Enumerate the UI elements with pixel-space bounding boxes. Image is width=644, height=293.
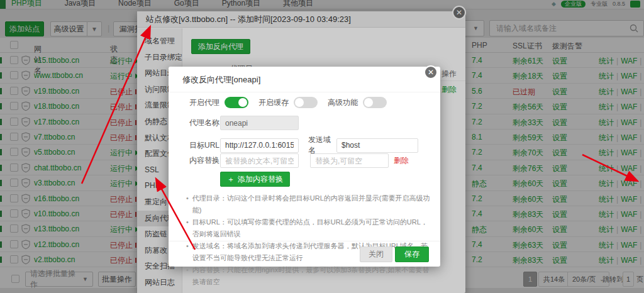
toggle-label: 开启缓存: [258, 97, 289, 108]
toggle-group: 高级功能: [328, 97, 387, 108]
toggle-开启缓存[interactable]: [294, 97, 318, 108]
content-replace-row: 内容替换 删除: [169, 153, 440, 168]
bullet-icon: •: [186, 264, 189, 288]
toggle-group: 开启代理: [189, 97, 248, 108]
proxy-url-row: 目标URL 发送域名: [169, 135, 440, 156]
proxy-toggle-row: 开启代理 开启缓存 高级功能: [169, 97, 440, 108]
proxy-name-row: 代理名称: [169, 116, 440, 130]
help-note: •内容替换：只能在使用nginx时提供，最多可以添加3条替换内容,如果不需要替换…: [186, 264, 430, 288]
help-note: •目标URL：可以填写你需要代理的站点，目标URL必须为可正常访问的URL，否则…: [186, 216, 430, 240]
target-url-input[interactable]: [220, 138, 299, 153]
toggle-label: 开启代理: [189, 97, 219, 108]
proxy-name-input: [220, 116, 299, 130]
send-host-input[interactable]: [336, 138, 418, 153]
send-host-label: 发送域名: [308, 135, 336, 156]
close-button[interactable]: 关闭: [360, 246, 392, 262]
toggle-label: 高级功能: [328, 97, 358, 108]
help-note: •代理目录：访问这个目录时将会把目标URL的内容返回并显示(需要开启高级功能): [186, 192, 430, 216]
toggle-group: 开启缓存: [258, 97, 318, 108]
edit-proxy-modal: 修改反向代理[oneapi] ✕ 开启代理 开启缓存 高级功能 代理名称 目标U…: [169, 67, 440, 267]
bullet-icon: •: [186, 216, 189, 240]
toggle-高级功能[interactable]: [363, 97, 387, 108]
content-replace-label: 内容替换: [189, 155, 220, 166]
toggle-开启代理[interactable]: [225, 97, 248, 108]
proxy-modal-title: 修改反向代理[oneapi]: [169, 67, 440, 92]
target-url-label: 目标URL: [189, 140, 220, 151]
proxy-modal-footer: 关闭 保存: [169, 241, 440, 267]
add-replace-button[interactable]: ＋ 添加内容替换: [220, 172, 290, 187]
bullet-icon: •: [186, 192, 189, 216]
save-button[interactable]: 保存: [395, 246, 429, 262]
proxy-modal-close-icon[interactable]: ✕: [424, 65, 438, 79]
plus-icon: ＋: [227, 174, 235, 185]
proxy-name-label: 代理名称: [189, 118, 220, 128]
replace-to-input[interactable]: [310, 153, 389, 168]
replace-from-input[interactable]: [220, 153, 299, 168]
screen: PHP项目Java项目Node项目Go项目Python项目其他项目 ◆ 企业版 …: [0, 0, 644, 293]
proxy-help-notes: •代理目录：访问这个目录时将会把目标URL的内容返回并显示(需要开启高级功能)•…: [186, 192, 430, 288]
replace-delete-link[interactable]: 删除: [394, 155, 409, 166]
add-replace-label: 添加内容替换: [238, 174, 283, 185]
